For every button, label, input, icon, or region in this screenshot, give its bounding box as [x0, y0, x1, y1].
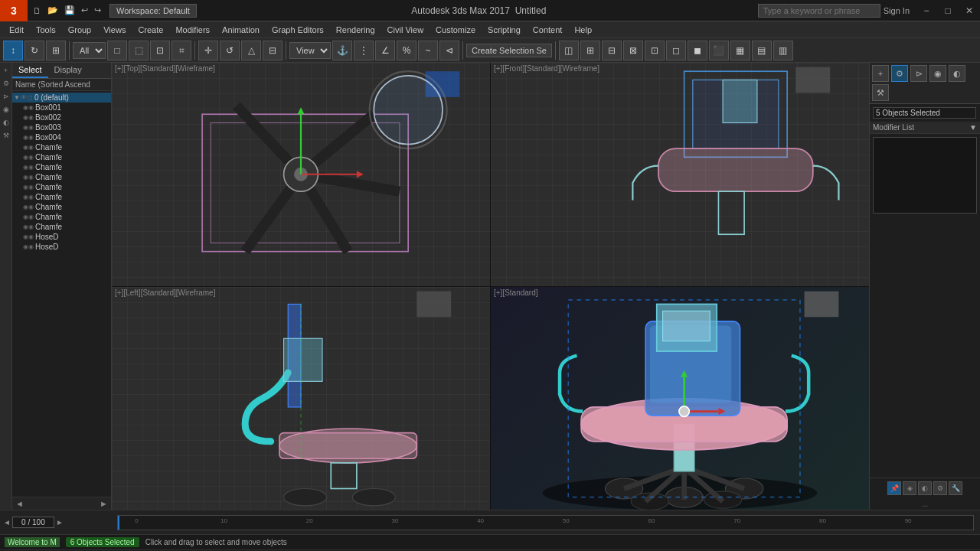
menu-views[interactable]: Views [97, 24, 132, 36]
hierarchy-icon[interactable]: ⊳ [1, 91, 11, 102]
move-tool[interactable]: ✛ [198, 41, 218, 60]
frame-input[interactable] [12, 517, 54, 528]
menu-graph-editors[interactable]: Graph Editors [266, 24, 330, 36]
config-icon[interactable]: ⚙ [933, 481, 947, 495]
view-dropdown[interactable]: View [289, 42, 331, 59]
tree-item-root[interactable]: ▼ 👁 ◻ 0 (default) [12, 93, 111, 103]
select-obj-button[interactable]: □ [107, 41, 127, 60]
menu-civil-view[interactable]: Civil View [381, 24, 430, 36]
named-sel-1[interactable]: ◫ [559, 41, 579, 60]
menu-content[interactable]: Content [527, 24, 569, 36]
menu-help[interactable]: Help [568, 24, 598, 36]
named-sel-2[interactable]: ⊞ [580, 41, 600, 60]
magnet-button[interactable]: ⚓ [332, 41, 352, 60]
named-sel-6[interactable]: ◻ [666, 41, 686, 60]
viewport-top[interactable]: [+][Top][Standard][Wireframe] [112, 63, 490, 286]
named-sel-5[interactable]: ⊡ [645, 41, 665, 60]
named-sel-4[interactable]: ⊠ [623, 41, 643, 60]
named-sel-9[interactable]: ▦ [730, 41, 750, 60]
tree-item-box001[interactable]: ◉◉ Box001 [12, 103, 111, 112]
new-icon[interactable]: 🗋 [31, 5, 44, 16]
selected-name-input[interactable] [873, 107, 976, 119]
viewport-front[interactable]: [+][Front][Standard][Wireframe] [491, 63, 869, 286]
snap-toggle[interactable]: ⋮ [354, 41, 374, 60]
tree-item-box002[interactable]: ◉◉ Box002 [12, 112, 111, 122]
tree-item-hosed2[interactable]: ◉◉ HoseD [12, 242, 111, 252]
tree-item-chamfe9[interactable]: ◉◉ Chamfe [12, 222, 111, 232]
create-selection-button[interactable]: Create Selection Se [466, 44, 552, 57]
menu-create[interactable]: Create [132, 24, 169, 36]
save-icon[interactable]: 💾 [62, 5, 77, 16]
scroll-left-btn[interactable]: ◄ [15, 499, 24, 508]
align-button[interactable]: ⊟ [263, 41, 283, 60]
viewport-perspective[interactable]: [+][Standard] [491, 287, 869, 510]
tree-item-chamfe5[interactable]: ◉◉ Chamfe [12, 182, 111, 192]
freeform-region-button[interactable]: ⌗ [172, 41, 191, 60]
menu-group[interactable]: Group [62, 24, 98, 36]
motion-panel-icon[interactable]: ◉ [929, 65, 946, 82]
modifier-list-header[interactable]: Modifier List ▼ [870, 122, 980, 134]
open-icon[interactable]: 📂 [45, 5, 60, 16]
pin-stack-icon[interactable]: 📌 [887, 481, 901, 495]
tree-item-chamfe4[interactable]: ◉◉ Chamfe [12, 172, 111, 182]
create-panel-icon[interactable]: + [872, 65, 889, 82]
redo-icon[interactable]: ↪ [92, 5, 103, 16]
scroll-right-btn[interactable]: ► [100, 499, 108, 508]
rotate-tool[interactable]: ↺ [220, 41, 240, 60]
tab-select[interactable]: Select [12, 63, 48, 78]
select-region-button[interactable]: ⬚ [129, 41, 149, 60]
tree-item-chamfe1[interactable]: ◉◉ Chamfe [12, 142, 111, 152]
menu-animation[interactable]: Animation [216, 24, 266, 36]
named-sel-8[interactable]: ⬛ [709, 41, 729, 60]
create-icon[interactable]: + [1, 65, 11, 76]
menu-customize[interactable]: Customize [430, 24, 482, 36]
wrench-icon[interactable]: 🔧 [949, 481, 962, 495]
timeline-track[interactable]: 0 10 20 30 40 50 60 70 80 90 [117, 515, 974, 530]
named-sel-11[interactable]: ▥ [773, 41, 793, 60]
mirror-button[interactable]: ⊲ [439, 41, 459, 60]
search-input[interactable] [758, 4, 880, 18]
tree-item-chamfe2[interactable]: ◉◉ Chamfe [12, 152, 111, 162]
display-icon[interactable]: ◐ [1, 117, 11, 128]
close-button[interactable]: ✕ [959, 0, 980, 21]
rotate-button[interactable]: ↻ [24, 41, 44, 60]
tree-item-chamfe3[interactable]: ◉◉ Chamfe [12, 162, 111, 172]
scale-button[interactable]: ⊞ [46, 41, 66, 60]
hierarchy-panel-icon[interactable]: ⊳ [910, 65, 927, 82]
tree-item-chamfe8[interactable]: ◉◉ Chamfe [12, 212, 111, 222]
show-result-icon[interactable]: ◈ [903, 481, 916, 495]
maximize-button[interactable]: □ [937, 0, 959, 21]
undo-icon[interactable]: ↩ [79, 5, 90, 16]
menu-edit[interactable]: Edit [3, 24, 30, 36]
modify-panel-icon[interactable]: ⚙ [891, 65, 908, 82]
utilities-icon[interactable]: ⚒ [1, 130, 11, 141]
scale-tool[interactable]: △ [241, 41, 261, 60]
active-shade-icon[interactable]: ◐ [918, 481, 932, 495]
tree-item-hosed1[interactable]: ◉◉ HoseD [12, 232, 111, 242]
snap-angle[interactable]: ∠ [375, 41, 395, 60]
named-sel-7[interactable]: ◼ [688, 41, 707, 60]
named-sel-10[interactable]: ▤ [752, 41, 772, 60]
display-panel-icon[interactable]: ◐ [949, 65, 965, 82]
minimize-button[interactable]: − [916, 0, 937, 21]
motion-icon[interactable]: ◉ [1, 104, 11, 115]
menu-tools[interactable]: Tools [30, 24, 62, 36]
menu-scripting[interactable]: Scripting [482, 24, 527, 36]
selection-filter-dropdown[interactable]: All [73, 42, 106, 59]
window-crossing-button[interactable]: ⊡ [150, 41, 170, 60]
tree-item-box004[interactable]: ◉◉ Box004 [12, 132, 111, 142]
menu-modifiers[interactable]: Modifiers [169, 24, 216, 36]
snap-percent[interactable]: % [397, 41, 416, 60]
workspace-button[interactable]: Workspace: Default [109, 4, 197, 18]
sign-in-button[interactable]: Sign In [884, 6, 910, 15]
tree-item-chamfe7[interactable]: ◉◉ Chamfe [12, 202, 111, 212]
snap-spinner[interactable]: ~ [418, 41, 438, 60]
tree-item-chamfe6[interactable]: ◉◉ Chamfe [12, 192, 111, 202]
tree-item-box003[interactable]: ◉◉ Box003 [12, 122, 111, 132]
utilities-panel-icon[interactable]: ⚒ [872, 84, 889, 101]
menu-rendering[interactable]: Rendering [330, 24, 381, 36]
viewport-left[interactable]: [+][Left][Standard][Wireframe] [112, 287, 490, 510]
tab-display[interactable]: Display [48, 63, 88, 78]
select-move-button[interactable]: ↕ [3, 41, 23, 60]
modify-icon[interactable]: ⚙ [1, 78, 11, 89]
